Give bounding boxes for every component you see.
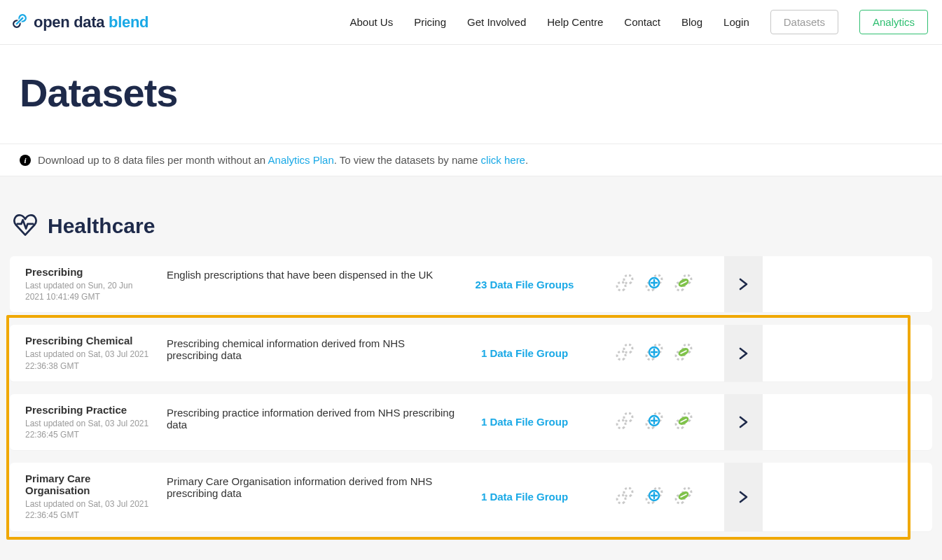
dataset-expand-button[interactable] (724, 463, 763, 531)
odb-add-icon[interactable] (644, 273, 664, 295)
dataset-groups-link[interactable]: 1 Data File Group (481, 491, 568, 503)
dataset-card-title-col: Prescribing Chemical Last updated on Sat… (10, 325, 157, 381)
info-icon: i (20, 155, 31, 166)
odb-knot-icon[interactable] (615, 273, 635, 295)
dataset-groups-col: 1 Data File Group (465, 463, 584, 531)
dataset-card-title-col: Prescribing Practice Last updated on Sat… (10, 394, 157, 450)
odb-leaf-icon[interactable] (674, 411, 693, 433)
dataset-card[interactable]: Prescribing Practice Last updated on Sat… (10, 394, 932, 450)
brand-text-part2: blend (109, 13, 148, 31)
dataset-name: Prescribing Practice (25, 404, 153, 416)
info-bar: i Download up to 8 data files per month … (0, 144, 942, 176)
dataset-description: Prescribing chemical information derived… (157, 325, 465, 381)
info-suffix: . (525, 154, 528, 166)
info-text: Download up to 8 data files per month wi… (38, 154, 528, 166)
dataset-expand-button[interactable] (724, 394, 763, 450)
nav-pricing[interactable]: Pricing (414, 16, 446, 28)
page-title: Datasets (20, 70, 942, 115)
dataset-card[interactable]: Prescribing Last updated on Sun, 20 Jun … (10, 256, 932, 312)
nav-help[interactable]: Help Centre (547, 16, 603, 28)
dataset-actions-col (584, 394, 724, 450)
odb-knot-icon[interactable] (615, 486, 635, 508)
dataset-card[interactable]: Prescribing Chemical Last updated on Sat… (10, 325, 932, 381)
nav-get-involved[interactable]: Get Involved (467, 16, 526, 28)
dataset-groups-col: 1 Data File Group (465, 325, 584, 381)
dataset-groups-link[interactable]: 23 Data File Groups (476, 279, 574, 290)
dataset-card-title-col: Prescribing Last updated on Sun, 20 Jun … (10, 256, 157, 312)
dataset-description: Primary Care Organisation information de… (157, 463, 465, 531)
dataset-expand-button[interactable] (724, 325, 763, 381)
main-nav: About Us Pricing Get Involved Help Centr… (350, 10, 929, 34)
odb-add-icon[interactable] (644, 342, 664, 365)
dataset-groups-link[interactable]: 1 Data File Group (481, 347, 568, 359)
odb-leaf-icon[interactable] (674, 342, 693, 365)
dataset-updated: Last updated on Sat, 03 Jul 2021 22:36:4… (25, 418, 153, 440)
dataset-groups-col: 1 Data File Group (465, 394, 584, 450)
odb-knot-icon[interactable] (615, 411, 635, 433)
site-header: open data blend About Us Pricing Get Inv… (0, 0, 942, 45)
page-title-row: Datasets (0, 45, 942, 144)
dataset-name: Prescribing Chemical (25, 335, 153, 346)
brand-logo[interactable]: open data blend (10, 11, 148, 34)
dataset-card-title-col: Primary Care Organisation Last updated o… (10, 463, 157, 531)
dataset-groups-link[interactable]: 1 Data File Group (481, 416, 568, 428)
dataset-card[interactable]: Primary Care Organisation Last updated o… (10, 463, 932, 531)
section-title: Healthcare (48, 214, 155, 238)
nav-about[interactable]: About Us (350, 16, 394, 28)
dataset-groups-col: 23 Data File Groups (465, 256, 584, 312)
odb-add-icon[interactable] (644, 411, 664, 433)
nav-analytics-button[interactable]: Analytics (859, 10, 928, 34)
dataset-expand-button[interactable] (724, 256, 763, 312)
nav-contact[interactable]: Contact (624, 16, 660, 28)
dataset-actions-col (584, 463, 724, 531)
dataset-name: Primary Care Organisation (25, 472, 153, 496)
dataset-updated: Last updated on Sun, 20 Jun 2021 10:41:4… (25, 280, 153, 302)
dataset-description: English prescriptions that have been dis… (157, 256, 465, 312)
datasets-listing-area: Healthcare Prescribing Last updated on S… (0, 176, 942, 560)
odb-add-icon[interactable] (644, 486, 664, 508)
dataset-actions-col (584, 256, 724, 312)
dataset-updated: Last updated on Sat, 03 Jul 2021 22:36:4… (25, 498, 153, 521)
info-link-analytics-plan[interactable]: Analytics Plan (268, 154, 334, 166)
dataset-actions-col (584, 325, 724, 381)
section-header-healthcare: Healthcare (10, 213, 932, 239)
nav-blog[interactable]: Blog (681, 16, 702, 28)
dataset-updated: Last updated on Sat, 03 Jul 2021 22:36:3… (25, 349, 153, 371)
info-link-click-here[interactable]: click here (481, 154, 525, 166)
brand-logo-icon (10, 11, 29, 34)
odb-knot-icon[interactable] (615, 342, 635, 365)
info-prefix: Download up to 8 data files per month wi… (38, 154, 268, 166)
dataset-description: Prescribing practice information derived… (157, 394, 465, 450)
brand-logo-text: open data blend (34, 13, 148, 31)
dataset-name: Prescribing (25, 266, 153, 278)
brand-text-part1: open data (34, 13, 109, 31)
heart-pulse-icon (13, 213, 38, 239)
nav-login[interactable]: Login (723, 16, 749, 28)
info-mid: . To view the datasets by name (334, 154, 481, 166)
odb-leaf-icon[interactable] (674, 273, 693, 295)
nav-datasets-button[interactable]: Datasets (770, 10, 838, 34)
odb-leaf-icon[interactable] (674, 486, 693, 508)
